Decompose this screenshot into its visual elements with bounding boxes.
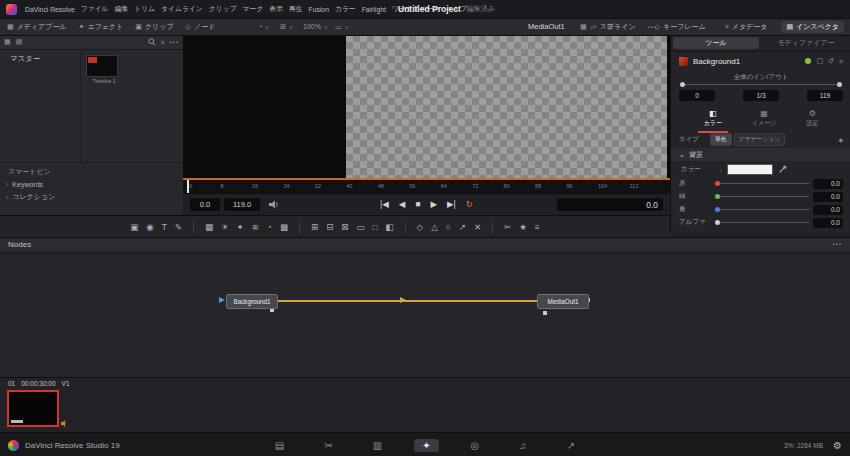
menu-item[interactable]: カラー [332,4,359,14]
slider-handle[interactable] [715,207,720,212]
fusion-tool-icon[interactable]: ▦ [205,222,213,232]
fusion-tool-icon[interactable]: △ [431,222,438,232]
viewer-zoom-dropdown[interactable]: 100%∨ [303,18,328,35]
menu-item[interactable]: タイムライン [158,4,206,14]
fusion-tool-icon[interactable]: ☀ [221,222,229,232]
step-back-button[interactable]: ◀ [399,197,406,212]
node-MediaOut1[interactable]: MediaOut1 [537,294,589,309]
viewer-source-label[interactable]: MediaOut1 [528,18,565,35]
fusion-tool-icon[interactable]: ≡ [535,222,540,232]
fusion-tool-icon[interactable]: ✦ [237,222,244,232]
category-tab-0[interactable]: ◧カラー [698,107,728,133]
eyedropper-icon[interactable] [778,165,787,174]
global-out-handle[interactable] [837,82,842,87]
keyframe-icon[interactable]: ◆ [838,136,843,143]
global-in-handle[interactable] [680,82,685,87]
edit-page-icon[interactable]: ▥ [365,439,390,452]
current-clip-thumbnail[interactable] [7,390,59,427]
go-to-end-button[interactable]: ▶| [447,197,456,212]
slider-value-field[interactable]: 0.0 [813,179,843,189]
range-out-field[interactable]: 119.0 [224,198,260,211]
loop-button[interactable]: ↻ [466,197,473,212]
node-mask-input-square[interactable] [543,311,547,315]
fusion-tool-icon[interactable]: ↗ [459,222,466,232]
fusion-tool-icon[interactable]: □ [372,222,377,232]
slider-value-field[interactable]: 0.0 [813,218,843,228]
metadata-button[interactable]: ≡メタデータ [720,21,773,33]
list-view-icon[interactable]: ▤ [16,38,23,46]
nodes-button[interactable]: ◇ノード [181,21,221,33]
menu-app-name[interactable]: DaVinci Resolve [22,6,78,13]
inspector-button[interactable]: ▤インスペクタ [781,21,844,33]
node-reset-icon[interactable]: ↺ [828,57,834,65]
global-inout-slider[interactable] [681,84,841,85]
type-option-1[interactable]: グラデーション [734,133,785,146]
viewer[interactable] [183,35,670,178]
node-connection-wire[interactable] [278,300,537,302]
effects-button[interactable]: ✦エフェクト [74,21,129,33]
fusion-tool-icon[interactable]: ▭ [356,222,364,232]
fusion-tool-icon[interactable]: ◉ [146,222,153,232]
gear-icon[interactable]: ⚙ [833,440,842,451]
node-options-icon[interactable]: ≡ [839,58,843,65]
fusion-tool-icon[interactable]: ◧ [386,222,394,232]
viewer-option-dropdown[interactable]: ▭∨ [335,18,348,35]
stop-button[interactable]: ■ [415,197,420,212]
category-tab-2[interactable]: ⚙設定 [800,107,824,133]
category-tab-1[interactable]: ▦イメージ [746,107,782,133]
menu-item[interactable]: 再生 [286,4,306,14]
background-section-header[interactable]: ⌄ 背景 [671,148,850,161]
fairlight-page-icon[interactable]: ♫ [511,439,535,452]
inspector-tab-0[interactable]: ツール [673,37,759,49]
menu-item[interactable]: マーク [240,4,267,14]
fusion-tool-icon[interactable]: ⊠ [341,222,348,232]
keyframes-button[interactable]: ◇キーフレーム [650,21,711,33]
grid-view-icon[interactable]: ▦ [4,38,11,46]
menu-item[interactable]: Fairlight [359,6,389,13]
fusion-tool-icon[interactable]: ★ [519,222,527,232]
sort-icon[interactable]: ≡ [161,39,165,46]
audio-mute-icon[interactable] [61,420,69,427]
go-to-start-button[interactable]: |◀ [380,197,389,212]
fusion-tool-icon[interactable]: ◔ [267,222,272,232]
node-enabled-dot[interactable] [805,58,811,64]
fusion-tool-icon[interactable]: T [162,222,167,232]
cut-page-icon[interactable]: ✂ [316,439,340,452]
smart-bin-item[interactable]: ›Keywords [0,179,183,190]
current-time-field[interactable]: 0.0 [557,198,663,211]
fusion-tool-icon[interactable]: ✕ [474,222,481,232]
menu-item[interactable]: 編集 [112,4,132,14]
fusion-tool-icon[interactable]: ◇ [417,222,424,232]
slider-track[interactable] [715,222,809,223]
global-inout-value[interactable]: 0 [679,90,715,101]
deliver-page-icon[interactable]: ↗ [559,439,583,452]
global-inout-value[interactable]: 119 [807,90,843,101]
playhead[interactable] [187,180,189,193]
node-Background1[interactable]: Background1 [226,294,278,309]
color-page-icon[interactable]: ◎ [463,439,488,452]
fusion-tool-icon[interactable]: ○ [446,222,451,232]
media-page-icon[interactable]: ▤ [267,439,292,452]
fusion-tool-icon[interactable]: ⊟ [326,222,333,232]
spline-button[interactable]: ≈スプライン [588,21,641,33]
fusion-tool-icon[interactable]: ▩ [280,222,288,232]
slider-handle[interactable] [715,181,720,186]
inspector-tab-1[interactable]: モディファイアー [763,37,849,49]
timeline-ruler[interactable]: 081624324048566472808896104112 [183,178,670,193]
bin-master[interactable]: マスター [0,50,80,64]
viewer-gamma-dropdown[interactable]: ◔∨ [258,18,269,35]
fusion-page-icon[interactable]: ✦ [414,439,438,452]
timeline-clip-thumbnail[interactable] [86,55,118,77]
fusion-tool-icon[interactable]: ✎ [175,222,182,232]
slider-track[interactable] [715,196,809,197]
node-graph[interactable]: Background1MediaOut1 [0,238,850,378]
slider-value-field[interactable]: 0.0 [813,205,843,215]
slider-handle[interactable] [715,194,720,199]
search-icon[interactable] [148,38,156,46]
chevron-right-icon[interactable]: › [720,167,722,173]
speaker-icon[interactable] [269,200,280,209]
menu-item[interactable]: ファイル [78,4,112,14]
slider-track[interactable] [715,183,809,184]
global-inout-value[interactable]: 1/3 [743,90,779,101]
menu-item[interactable]: トリム [131,4,158,14]
